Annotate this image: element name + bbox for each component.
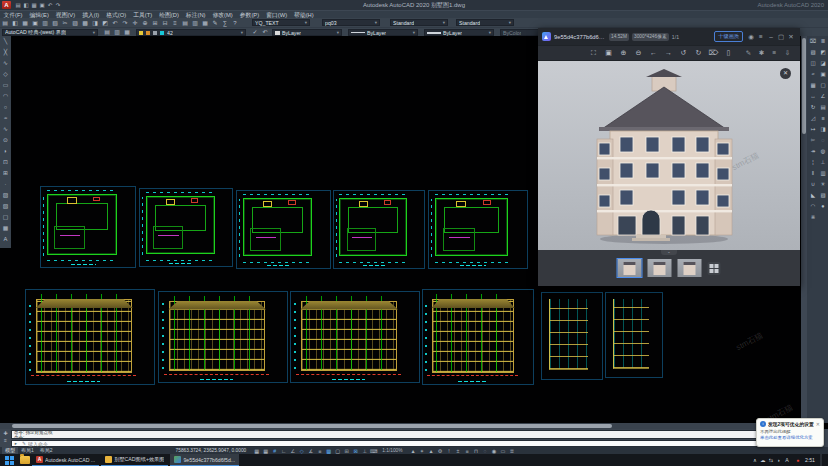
notification-link[interactable]: 单击此处查看详细优化方案 <box>760 435 820 440</box>
thumbnail-1[interactable] <box>618 259 642 277</box>
region-icon[interactable]: ▢ <box>0 212 11 223</box>
open-icon[interactable]: ◧ <box>22 1 30 9</box>
ime-a-icon[interactable]: A <box>783 456 791 464</box>
extend-icon[interactable]: ↠ <box>808 146 818 157</box>
viewer-titlebar[interactable]: 9e55d4c377b6d6f5d4.jpg 14.52M 3000*4246像… <box>538 28 800 45</box>
customize-cmd-icon[interactable]: ✚ <box>1 430 10 437</box>
scale-icon[interactable]: ◿ <box>808 113 818 124</box>
mirror-icon[interactable]: ◫ <box>808 58 818 69</box>
vip-user-icon[interactable]: ◉ <box>746 33 756 41</box>
save-as-icon[interactable]: ⇩ <box>781 49 794 57</box>
quality-button[interactable]: 十级画质 <box>714 31 743 42</box>
bring-front-icon[interactable]: ◩ <box>818 47 828 58</box>
explode-icon[interactable]: ※ <box>808 212 818 223</box>
ellipse-arc-icon[interactable]: ◗ <box>0 146 11 157</box>
table-style-combo[interactable]: Standard ▾ <box>390 19 448 26</box>
layer-filter-icon[interactable]: ▦ <box>122 28 132 36</box>
properties-icon[interactable]: ≡ <box>170 19 180 27</box>
chevron-up-icon[interactable]: ∧ <box>751 456 759 464</box>
hatch-icon[interactable]: ▨ <box>0 190 11 201</box>
stretch-icon[interactable]: ↦ <box>808 124 818 135</box>
rotate-left-icon[interactable]: ↺ <box>676 49 691 57</box>
trim-icon[interactable]: ✂ <box>808 135 818 146</box>
tab-layout2[interactable]: 布局2 <box>37 447 56 454</box>
copy-icon[interactable]: ▨ <box>808 47 818 58</box>
plot-icon[interactable]: ▣ <box>30 19 40 27</box>
break-icon[interactable]: ‖ <box>808 168 818 179</box>
design-center-icon[interactable]: ▤ <box>180 19 190 27</box>
zoom-in-icon[interactable]: ⊕ <box>616 49 631 57</box>
line-icon[interactable]: ╲ <box>0 36 11 47</box>
drawing-elevation-7[interactable] <box>158 291 288 383</box>
dim-style-combo[interactable]: pq03 ▾ <box>322 19 380 26</box>
match-icon[interactable]: ◨ <box>818 124 828 135</box>
save-icon[interactable]: ▦ <box>30 1 38 9</box>
notification-close-icon[interactable]: ✕ <box>816 421 820 427</box>
color-combo[interactable]: ByLayer ▾ <box>272 29 342 36</box>
close-icon[interactable]: ✕ <box>786 33 796 41</box>
paste-icon[interactable]: ▩ <box>80 19 90 27</box>
rotate-icon[interactable]: ↻ <box>808 102 818 113</box>
ellipse-icon[interactable]: ⊙ <box>0 135 11 146</box>
vertical-scrollbar-thumb[interactable] <box>802 38 806 134</box>
next-icon[interactable]: → <box>661 49 676 57</box>
mleader-style-combo[interactable]: Standard ▾ <box>456 19 514 26</box>
arc-icon[interactable]: ◠ <box>0 91 11 102</box>
fillet-icon[interactable]: ◠ <box>808 201 818 212</box>
zoom-window-icon[interactable]: ⊞ <box>150 19 160 27</box>
help-icon[interactable]: ? <box>230 19 240 27</box>
drawing-elevation-6[interactable] <box>25 289 155 385</box>
command-input-row[interactable]: ▸ ✎ <box>11 440 791 447</box>
grid-view-button[interactable] <box>708 262 721 275</box>
point-icon[interactable]: · <box>0 179 11 190</box>
file-explorer-icon[interactable] <box>20 456 30 464</box>
erase-icon[interactable]: ⌧ <box>808 36 818 47</box>
join-icon[interactable]: ∪ <box>808 179 818 190</box>
rotate-right-icon[interactable]: ↻ <box>691 49 706 57</box>
draw-order-icon[interactable]: ≣ <box>818 36 828 47</box>
save-icon[interactable]: ▦ <box>20 19 30 27</box>
layer-combo[interactable]: 42 ▾ <box>136 29 246 36</box>
properties-icon[interactable]: ≡ <box>818 113 828 124</box>
cmd-menu-icon[interactable]: ≡ <box>1 437 10 444</box>
offset-icon[interactable]: ≈ <box>808 69 818 80</box>
circle-icon[interactable]: ○ <box>0 102 11 113</box>
cut-icon[interactable]: ✂ <box>60 19 70 27</box>
rectangle-icon[interactable]: ▭ <box>0 80 11 91</box>
show-desktop-button[interactable] <box>820 454 822 466</box>
viewer-image-area[interactable]: stm石猫 ✕ <box>538 61 800 250</box>
maximize-icon[interactable]: ▢ <box>776 33 786 41</box>
drawing-elevation-8[interactable] <box>290 291 420 383</box>
make-block-icon[interactable]: ⊞ <box>0 168 11 179</box>
match-properties-icon[interactable]: ◨ <box>90 19 100 27</box>
layer-properties-icon[interactable]: ▤ <box>102 28 112 36</box>
previous-icon[interactable]: ← <box>646 49 661 57</box>
spline-icon[interactable]: ∿ <box>0 124 11 135</box>
plot-icon[interactable]: ▣ <box>38 1 46 9</box>
taskbar-task-1[interactable]: AAutodesk AutoCAD ... <box>32 454 99 466</box>
undo-icon[interactable]: ↶ <box>46 1 54 9</box>
zoom-previous-icon[interactable]: ⊟ <box>160 19 170 27</box>
undo-icon[interactable]: ↶ <box>110 19 120 27</box>
vertical-scrollbar[interactable] <box>801 36 807 423</box>
edit-icon[interactable]: ✎ <box>742 49 755 57</box>
more-icon[interactable]: ≡ <box>768 49 781 57</box>
start-button[interactable] <box>4 455 14 465</box>
table-icon[interactable]: ▦ <box>0 223 11 234</box>
make-current-icon[interactable]: ✓ <box>250 28 260 36</box>
workspace-combo[interactable]: AutoCAD 经典-(west) 界面 ▾ <box>2 29 98 36</box>
new-icon[interactable]: ▤ <box>0 19 10 27</box>
tab-model[interactable]: 模型 <box>2 447 18 454</box>
tab-layout1[interactable]: 布局1 <box>18 447 37 454</box>
array-icon[interactable]: ▦ <box>808 80 818 91</box>
fullscreen-icon[interactable]: ⛶ <box>586 49 601 57</box>
multiline-text-icon[interactable]: A <box>0 234 11 245</box>
group-icon[interactable]: ▣ <box>818 69 828 80</box>
sheet-set-manager-icon[interactable]: ▦ <box>200 19 210 27</box>
redo-icon[interactable]: ↷ <box>54 1 62 9</box>
quick-calc-icon[interactable]: ∑ <box>220 19 230 27</box>
redo-icon[interactable]: ↷ <box>120 19 130 27</box>
cloud-icon[interactable]: ☁ <box>759 456 767 464</box>
open-icon[interactable]: ◧ <box>10 19 20 27</box>
drawing-section-11[interactable] <box>605 292 663 378</box>
